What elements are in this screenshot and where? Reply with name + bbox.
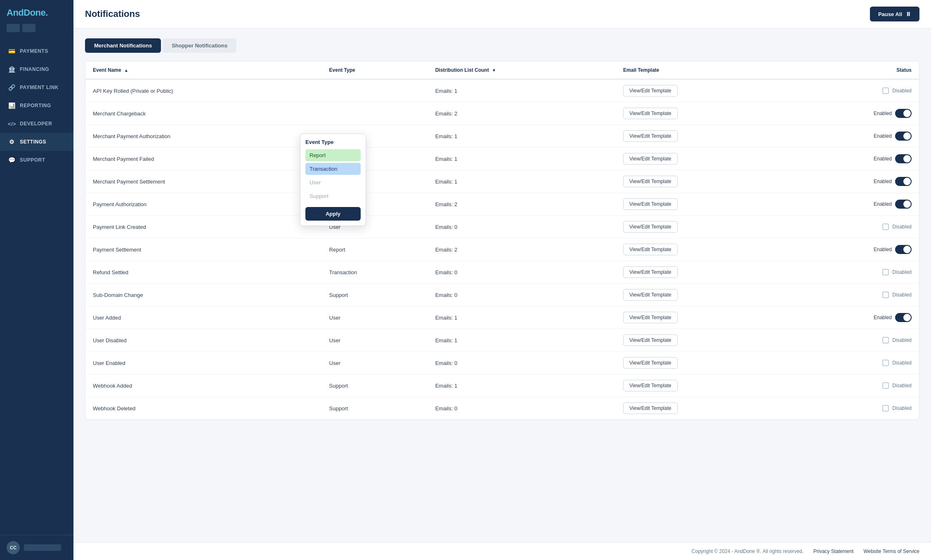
cell-event-name: User Disabled — [85, 329, 322, 352]
view-edit-template-button[interactable]: View/Edit Template — [623, 289, 678, 301]
view-edit-template-button[interactable]: View/Edit Template — [623, 266, 678, 278]
cell-email-template[interactable]: View/Edit Template — [616, 261, 788, 284]
tabs-container: Merchant Notifications Shopper Notificat… — [85, 38, 919, 53]
cell-status: Enabled — [788, 238, 919, 261]
pause-all-button[interactable]: Pause All ⏸ — [870, 7, 919, 21]
filter-option-report[interactable]: Report — [305, 149, 361, 161]
cell-email-template[interactable]: View/Edit Template — [616, 125, 788, 148]
cell-email-template[interactable]: View/Edit Template — [616, 238, 788, 261]
cell-event-type — [322, 79, 428, 102]
support-icon: 💬 — [8, 156, 16, 164]
col-email-template: Email Template — [616, 61, 788, 79]
cell-dist-count: Emails: 1 — [428, 329, 616, 352]
view-edit-template-button[interactable]: View/Edit Template — [623, 357, 678, 369]
filter-option-transaction[interactable]: Transaction — [305, 163, 361, 175]
brand-name: AndDone. — [7, 7, 48, 18]
filter-option-support[interactable]: Support — [305, 190, 361, 202]
sidebar-item-payment-link[interactable]: 🔗 Payment Link — [0, 78, 73, 96]
brand-logo[interactable]: AndDone. — [0, 0, 73, 22]
event-type-filter-dropdown: Event Type Report Transaction User Suppo… — [300, 134, 366, 226]
view-edit-template-button[interactable]: View/Edit Template — [623, 130, 678, 142]
sidebar-item-label: Payments — [20, 48, 48, 54]
status-checkbox-disabled[interactable] — [882, 337, 889, 344]
cell-status: Disabled — [788, 284, 919, 306]
apply-filter-button[interactable]: Apply — [305, 207, 361, 221]
cell-event-name: Webhook Added — [85, 374, 322, 397]
status-toggle-enabled[interactable] — [895, 177, 912, 186]
cell-email-template[interactable]: View/Edit Template — [616, 170, 788, 193]
cell-email-template[interactable]: View/Edit Template — [616, 79, 788, 102]
cell-email-template[interactable]: View/Edit Template — [616, 284, 788, 306]
cell-event-name: Refund Settled — [85, 261, 322, 284]
cell-email-template[interactable]: View/Edit Template — [616, 148, 788, 170]
cell-email-template[interactable]: View/Edit Template — [616, 306, 788, 329]
sidebar-item-payments[interactable]: 💳 Payments — [0, 42, 73, 60]
view-edit-template-button[interactable]: View/Edit Template — [623, 244, 678, 255]
cell-email-template[interactable]: View/Edit Template — [616, 352, 788, 374]
status-toggle-enabled[interactable] — [895, 313, 912, 322]
sidebar-item-financing[interactable]: 🏦 Financing — [0, 60, 73, 78]
cell-email-template[interactable]: View/Edit Template — [616, 193, 788, 216]
filter-option-user[interactable]: User — [305, 176, 361, 188]
cell-dist-count: Emails: 1 — [428, 170, 616, 193]
view-edit-template-button[interactable]: View/Edit Template — [623, 198, 678, 210]
terms-of-service-link[interactable]: Website Terms of Service — [863, 548, 919, 554]
view-edit-template-button[interactable]: View/Edit Template — [623, 402, 678, 414]
privacy-statement-link[interactable]: Privacy Statement — [813, 548, 853, 554]
status-checkbox-disabled[interactable] — [882, 382, 889, 389]
sidebar-item-label: Financing — [20, 66, 49, 72]
cell-email-template[interactable]: View/Edit Template — [616, 102, 788, 125]
sidebar-user-row — [0, 22, 73, 39]
sidebar-item-settings[interactable]: ⚙ Settings — [0, 133, 73, 151]
status-checkbox-disabled[interactable] — [882, 292, 889, 298]
col-event-name[interactable]: Event Name ▲ — [85, 61, 322, 79]
cell-email-template[interactable]: View/Edit Template — [616, 397, 788, 420]
sidebar-item-label: Support — [20, 157, 45, 163]
status-label: Disabled — [892, 337, 912, 343]
view-edit-template-button[interactable]: View/Edit Template — [623, 108, 678, 119]
view-edit-template-button[interactable]: View/Edit Template — [623, 85, 678, 96]
status-checkbox-disabled[interactable] — [882, 87, 889, 94]
cell-status: Enabled — [788, 125, 919, 148]
view-edit-template-button[interactable]: View/Edit Template — [623, 334, 678, 346]
status-checkbox-disabled[interactable] — [882, 224, 889, 230]
cell-email-template[interactable]: View/Edit Template — [616, 216, 788, 238]
tab-shopper-notifications[interactable]: Shopper Notifications — [163, 38, 236, 53]
view-edit-template-button[interactable]: View/Edit Template — [623, 221, 678, 233]
sidebar-item-reporting[interactable]: 📊 Reporting — [0, 96, 73, 115]
status-toggle-enabled[interactable] — [895, 200, 912, 209]
toggle-knob — [903, 200, 911, 208]
col-status: Status — [788, 61, 919, 79]
sidebar-item-developer[interactable]: </> Developer — [0, 115, 73, 133]
status-toggle-enabled[interactable] — [895, 132, 912, 141]
view-edit-template-button[interactable]: View/Edit Template — [623, 380, 678, 391]
status-label: Enabled — [874, 201, 892, 207]
view-edit-template-button[interactable]: View/Edit Template — [623, 176, 678, 187]
sidebar-item-support[interactable]: 💬 Support — [0, 151, 73, 169]
status-checkbox-disabled[interactable] — [882, 269, 889, 275]
cell-event-name: Payment Link Created — [85, 216, 322, 238]
cell-dist-count: Emails: 2 — [428, 238, 616, 261]
table-row: Payment Settlement Report Emails: 2 View… — [85, 238, 919, 261]
table-row: Sub-Domain Change Support Emails: 0 View… — [85, 284, 919, 306]
cell-dist-count: Emails: 1 — [428, 148, 616, 170]
table-row: Webhook Added Support Emails: 1 View/Edi… — [85, 374, 919, 397]
status-toggle-enabled[interactable] — [895, 154, 912, 163]
pause-all-label: Pause All — [878, 11, 902, 17]
view-edit-template-button[interactable]: View/Edit Template — [623, 153, 678, 165]
cell-email-template[interactable]: View/Edit Template — [616, 374, 788, 397]
cell-email-template[interactable]: View/Edit Template — [616, 329, 788, 352]
col-dist-list-count[interactable]: Distribution List Count ▼ — [428, 61, 616, 79]
status-toggle-enabled[interactable] — [895, 245, 912, 254]
financing-icon: 🏦 — [8, 66, 16, 73]
cell-event-name: Merchant Payment Authorization — [85, 125, 322, 148]
status-checkbox-disabled[interactable] — [882, 360, 889, 366]
view-edit-template-button[interactable]: View/Edit Template — [623, 312, 678, 323]
toggle-knob — [903, 246, 911, 253]
cell-status: Disabled — [788, 374, 919, 397]
status-toggle-enabled[interactable] — [895, 109, 912, 118]
status-label: Enabled — [874, 315, 892, 320]
status-checkbox-disabled[interactable] — [882, 405, 889, 412]
cell-event-type: Support — [322, 284, 428, 306]
tab-merchant-notifications[interactable]: Merchant Notifications — [85, 38, 161, 53]
